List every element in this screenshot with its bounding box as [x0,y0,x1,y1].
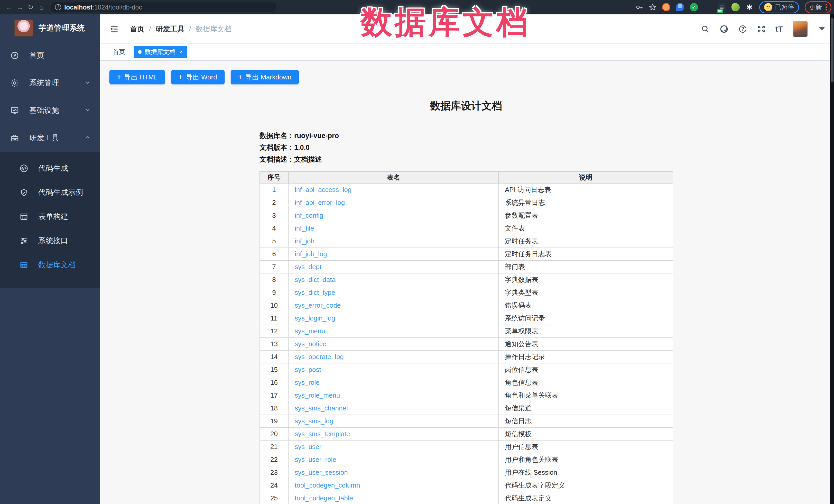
table-name-cell: inf_api_access_log [288,183,499,196]
table-name-link[interactable]: inf_job [295,237,314,245]
app-logo-row[interactable]: 芋道管理系统 [0,15,100,42]
update-button[interactable]: 更新 [809,3,822,12]
extension-orange-icon[interactable] [662,3,670,11]
table-name-cell: inf_config [288,209,499,222]
row-index-cell: 23 [260,466,288,479]
user-menu-caret-icon[interactable] [819,27,825,30]
sliders-icon [20,237,31,245]
tab-db-doc[interactable]: 数据库文档 × [134,46,187,58]
extension-pin-icon[interactable] [676,3,684,11]
row-index-cell: 2 [260,196,288,209]
extension-leaf-icon[interactable] [731,3,740,11]
search-icon[interactable] [701,25,710,34]
table-name-link[interactable]: inf_api_access_log [295,186,351,194]
description-cell: 用户和角色关联表 [499,453,673,466]
scrollbar-track[interactable] [830,15,834,504]
sidebar-item-dev-tools[interactable]: 研发工具 [0,124,100,152]
row-index-cell: 15 [260,364,288,376]
bookmark-star-icon[interactable] [649,3,656,11]
breadcrumb-dev-tools[interactable]: 研发工具 [156,24,184,34]
table-row: 18 sys_sms_channel 短信渠道 [260,402,673,415]
address-bar[interactable]: i localhost:1024/tool/db-doc [50,2,277,12]
table-name-link[interactable]: sys_role [295,378,320,386]
table-name-link[interactable]: sys_role_menu [295,391,340,399]
github-icon[interactable] [719,24,729,34]
sidebar-collapse-icon[interactable] [109,24,119,34]
table-name-link[interactable]: sys_sms_log [295,417,333,425]
reload-icon[interactable]: ↻ [25,3,36,11]
export-toolbar: + 导出 HTML + 导出 Word + 导出 Markdown [109,70,834,84]
export-word-button[interactable]: + 导出 Word [171,70,224,84]
table-name-link[interactable]: sys_dict_type [295,289,335,296]
row-index-cell: 16 [260,376,288,389]
extension-check-icon[interactable]: ✓ [690,3,698,11]
user-avatar[interactable] [793,21,808,37]
table-name-link[interactable]: sys_user [295,443,322,451]
table-name-link[interactable]: sys_menu [295,327,325,335]
table-row: 12 sys_menu 菜单权限表 [260,325,673,338]
row-index-cell: 9 [260,286,288,299]
table-name-link[interactable]: inf_config [295,212,323,219]
site-info-icon[interactable]: i [55,4,61,10]
sidebar-item-label: 系统接口 [38,236,91,246]
table-name-link[interactable]: sys_login_log [295,314,335,322]
table-name-link[interactable]: sys_error_code [295,302,341,309]
row-index-cell: 5 [260,235,288,248]
row-index-cell: 1 [260,183,288,196]
sidebar-item-form-builder[interactable]: 表单构建 [0,204,100,229]
sidebar-item-home[interactable]: 首页 [0,42,100,69]
table-name-link[interactable]: tool_codegen_column [295,481,360,489]
scrollbar-thumb[interactable] [831,18,833,82]
table-name-cell: sys_operate_log [288,351,499,364]
forward-icon[interactable]: → [15,3,25,11]
table-row: 5 inf_job 定时任务表 [260,235,673,248]
font-size-icon[interactable]: tT [775,25,783,34]
row-index-cell: 22 [260,453,288,466]
table-name-link[interactable]: inf_job_log [295,250,327,258]
table-name-cell: sys_error_code [288,299,499,312]
table-row: 1 inf_api_access_log API 访问日志表 [260,183,673,196]
paused-badge-label: 已暂停 [775,3,794,12]
table-name-link[interactable]: inf_api_error_log [295,199,345,206]
table-name-link[interactable]: tool_codegen_table [295,494,353,502]
emoji-extension-icon[interactable] [764,3,772,11]
table-name-link[interactable]: sys_sms_template [295,430,350,438]
meta-value: 1.0.0 [294,144,310,151]
browser-menu-icon[interactable] [826,4,827,10]
extension-grid-icon[interactable] [704,3,712,11]
table-name-link[interactable]: sys_operate_log [295,353,344,360]
plus-icon: + [179,73,183,81]
help-icon[interactable] [739,25,747,34]
sidebar-item-system[interactable]: 系统管理 [0,69,100,96]
table-name-link[interactable]: inf_file [295,224,314,232]
sidebar-item-infrastructure[interactable]: 基础设施 [0,96,100,124]
export-html-button[interactable]: + 导出 HTML [109,70,165,84]
table-name-link[interactable]: sys_dept [295,263,322,271]
table-name-link[interactable]: sys_dict_data [295,276,335,284]
sidebar-item-codegen[interactable]: 代码生成 [0,156,100,180]
back-icon[interactable]: ← [4,3,15,11]
tab-close-icon[interactable]: × [180,49,183,55]
sidebar-item-codegen-demo[interactable]: 代码生成示例 [0,180,100,204]
description-cell: 岗位信息表 [499,364,673,376]
export-markdown-button[interactable]: + 导出 Markdown [231,70,299,84]
description-cell: 系统访问记录 [499,312,673,325]
table-name-link[interactable]: sys_sms_channel [295,404,348,412]
key-icon[interactable] [635,3,643,11]
breadcrumb-home[interactable]: 首页 [130,24,145,34]
row-index-cell: 10 [260,299,288,312]
fullscreen-icon[interactable] [757,25,766,34]
table-name-cell: tool_codegen_column [288,479,499,492]
extension-puzzle-icon[interactable]: ✱ [745,3,753,11]
extension-switch-icon[interactable]: on [718,3,726,11]
table-name-link[interactable]: sys_user_session [295,468,348,476]
tab-home[interactable]: 首页 [108,46,130,58]
sidebar-item-system-api[interactable]: 系统接口 [0,229,100,253]
table-name-link[interactable]: sys_post [295,366,321,373]
meta-doc-desc: 文档描述：文档描述 [260,153,673,165]
home-icon[interactable]: ⌂ [36,3,47,11]
button-label: 导出 HTML [124,73,157,82]
table-name-link[interactable]: sys_user_role [295,456,336,463]
table-name-link[interactable]: sys_notice [295,340,326,348]
sidebar-item-db-doc[interactable]: 数据库文档 [0,253,100,277]
